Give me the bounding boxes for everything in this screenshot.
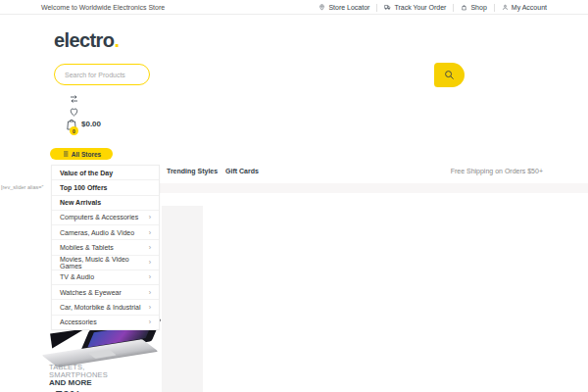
promo-text-block: TABLETS, SMARTPHONES AND MORE [49, 364, 108, 387]
shopping-bag-icon [461, 4, 467, 11]
dept-label: Top 100 Offers [60, 184, 108, 191]
chevron-right-icon: › [149, 244, 151, 251]
dept-item-movies-music-games[interactable]: Movies, Music & Video Games› [52, 255, 159, 270]
dept-item-accessories[interactable]: Accessories› [52, 315, 159, 329]
cart-total: $0.00 [81, 120, 101, 128]
cart-button[interactable]: 0 $0.00 [66, 117, 105, 138]
logo-text: electro [54, 29, 114, 51]
nav-gift-cards[interactable]: Gift Cards [225, 168, 259, 174]
dept-label: Car, Motorbike & Industrial [60, 304, 140, 311]
dept-item-watches-eyewear[interactable]: Watches & Eyewear› [52, 284, 159, 299]
promo-discount: up70% [49, 386, 81, 392]
my-account-label: My Account [512, 4, 547, 11]
laptop-lid-shape [50, 329, 87, 349]
store-locator-label: Store Locator [328, 4, 369, 11]
chevron-right-icon: › [149, 318, 151, 325]
user-icon [502, 4, 509, 11]
topbar-links: Store Locator Track Your Order Shop My A… [318, 0, 547, 15]
track-order-link[interactable]: Track Your Order [384, 4, 446, 11]
shop-label: Shop [470, 4, 486, 11]
dept-label: New Arrivals [60, 199, 101, 206]
chevron-right-icon: › [149, 259, 151, 266]
chevron-right-icon: › [149, 304, 151, 311]
topbar: Welcome to Worldwide Electronics Store S… [0, 0, 588, 15]
promo-devices-image [47, 325, 170, 365]
dept-item-car-motorbike-industrial[interactable]: Car, Motorbike & Industrial› [52, 299, 159, 314]
track-order-label: Track Your Order [394, 4, 446, 11]
dept-item-tv-audio[interactable]: TV & Audio› [52, 270, 159, 284]
truck-icon [384, 4, 391, 11]
dept-label: Computers & Accessories [60, 214, 138, 220]
dept-label: Mobiles & Tablets [60, 244, 114, 251]
free-shipping-note: Free Shipping on Orders $50+ [451, 168, 543, 174]
heart-icon [69, 107, 79, 117]
dept-item-mobiles-tablets[interactable]: Mobiles & Tablets› [52, 239, 159, 254]
dept-label: Value of the Day [60, 170, 113, 176]
map-marker-icon [318, 4, 325, 11]
store-locator-link[interactable]: Store Locator [318, 4, 369, 11]
search-input[interactable] [54, 64, 150, 85]
departments-menu: Value of the Day Top 100 Offers New Arri… [51, 165, 160, 330]
topbar-divider [453, 4, 454, 12]
my-account-link[interactable]: My Account [502, 4, 547, 11]
dept-label: Cameras, Audio & Video [60, 229, 134, 236]
chevron-right-icon: › [149, 229, 151, 236]
dept-label: Movies, Music & Video Games [60, 256, 149, 270]
cart-count-badge: 0 [70, 126, 78, 135]
search-button[interactable] [434, 63, 465, 87]
topbar-divider [376, 4, 377, 12]
compare-icon [69, 95, 79, 103]
content-top-band [160, 183, 588, 193]
dept-item-value-of-the-day[interactable]: Value of the Day [52, 166, 159, 179]
search-icon [444, 70, 455, 80]
chevron-right-icon: › [149, 289, 151, 296]
topbar-divider [494, 4, 495, 12]
page: Welcome to Worldwide Electronics Store S… [0, 0, 588, 392]
promo-percent: 70% [56, 388, 81, 392]
all-stores-button[interactable]: All Stores [50, 148, 113, 160]
laptop-touchpad [87, 350, 117, 359]
all-stores-label: All Stores [72, 151, 101, 158]
broken-slider-shortcode-text: [rev_slider alias=” [1, 184, 43, 190]
dept-item-top-100-offers[interactable]: Top 100 Offers [52, 179, 159, 194]
dept-label: Accessories [60, 318, 97, 325]
shop-link[interactable]: Shop [461, 4, 486, 11]
chevron-right-icon: › [149, 214, 151, 220]
site-logo[interactable]: electro. [54, 29, 119, 52]
dept-item-cameras-audio-video[interactable]: Cameras, Audio & Video› [52, 224, 159, 239]
logo-dot: . [114, 29, 119, 51]
dept-item-computers-accessories[interactable]: Computers & Accessories› [52, 210, 159, 224]
list-icon [62, 151, 69, 157]
dept-label: Watches & Eyewear [60, 289, 122, 296]
chevron-right-icon: › [149, 273, 151, 280]
nav-trending-styles[interactable]: Trending Styles [167, 168, 218, 174]
dept-label: TV & Audio [60, 273, 94, 280]
dept-item-new-arrivals[interactable]: New Arrivals [52, 195, 159, 210]
welcome-text: Welcome to Worldwide Electronics Store [41, 4, 165, 11]
